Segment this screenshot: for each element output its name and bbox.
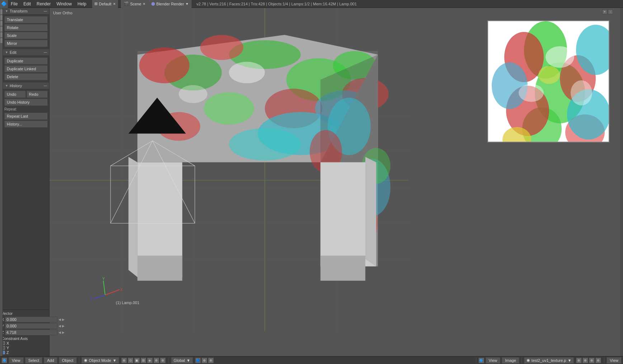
image-icon-3[interactable]: ⊕ (589, 358, 595, 363)
menu-file[interactable]: File (8, 0, 20, 8)
scale-button[interactable]: Scale (4, 32, 48, 39)
add-menu-btn[interactable]: Add (44, 357, 57, 364)
svg-text:(1) Lamp.001: (1) Lamp.001 (116, 301, 139, 305)
sidebar-tab-grease[interactable] (0, 38, 3, 43)
viewport-btn-minus[interactable]: - (608, 9, 613, 14)
history-collapse[interactable]: — (44, 84, 47, 88)
view-label2-btn[interactable]: View (607, 357, 622, 364)
vector-y-arrow-left[interactable]: ◀ (58, 324, 61, 328)
vector-y-arrow-right[interactable]: ▶ (62, 324, 65, 328)
edit-collapse[interactable]: — (44, 51, 47, 54)
image-icon-2[interactable]: ⊕ (582, 358, 588, 363)
image-icon-4[interactable]: ⊕ (595, 358, 601, 363)
global-arrow: ▼ (187, 358, 190, 363)
undo-history-button[interactable]: Undo History (4, 99, 48, 106)
info-bar: v2.78 | Verts:216 | Faces:214 | Tris:428… (193, 2, 623, 6)
transform-collapse[interactable]: — (44, 9, 47, 13)
sidebar-tab-create[interactable] (0, 15, 3, 20)
viewport-icon-7[interactable]: ⊕ (160, 358, 166, 363)
mode-label: Object Mode (89, 358, 111, 363)
select-menu-btn[interactable]: Select (25, 357, 43, 364)
viewport-icon-2[interactable]: ⊙ (128, 358, 133, 363)
menu-edit[interactable]: Edit (20, 0, 34, 8)
blender-icon-bottom[interactable]: 🔷 (1, 358, 7, 363)
snap-icon-3[interactable]: ⊕ (208, 358, 214, 363)
svg-point-64 (492, 62, 528, 109)
history-button[interactable]: History... (4, 120, 48, 128)
snap-icon-2[interactable]: ⊕ (202, 358, 207, 363)
history-label: History (10, 84, 22, 88)
mode-selector[interactable]: ◉ Object Mode ▼ (81, 357, 119, 364)
svg-point-28 (179, 85, 207, 103)
snap-icon-1[interactable]: 🔵 (195, 358, 201, 363)
translate-button[interactable]: Translate (4, 16, 48, 23)
history-body: Undo Redo Undo History Repeat: Repeat La… (3, 89, 49, 129)
renderer-selector[interactable]: Blender Render ▼ (148, 0, 192, 8)
texture-preview (487, 20, 609, 142)
viewport-icon-3[interactable]: ▣ (134, 358, 140, 363)
vector-x-arrow-left[interactable]: ◀ (58, 318, 61, 321)
sidebar-tab-relations[interactable] (0, 21, 3, 26)
undo-button[interactable]: Undo (4, 91, 26, 98)
vector-x-input[interactable] (5, 317, 57, 322)
edit-body: Duplicate Duplicate Linked Delete (3, 56, 49, 82)
vector-z-input[interactable] (5, 330, 57, 335)
constraint-z-row: Z (1, 350, 48, 355)
vector-x-row: X ◀ ▶ (1, 317, 48, 322)
main-viewport[interactable]: User Ortho (49, 8, 620, 356)
redo-button[interactable]: Redo (27, 91, 48, 98)
constraint-y-label: Y (6, 346, 9, 350)
image-btn[interactable]: Image (502, 357, 519, 364)
separator-1 (79, 358, 79, 363)
svg-point-27 (229, 62, 265, 83)
rotate-button[interactable]: Rotate (4, 24, 48, 31)
duplicate-linked-button[interactable]: Duplicate Linked (4, 65, 48, 72)
image-editor-icon[interactable]: 🔷 (478, 358, 484, 363)
vector-z-arrow-right[interactable]: ▶ (62, 331, 65, 334)
delete-button[interactable]: Delete (4, 73, 48, 80)
renderer-dot (151, 2, 155, 6)
mirror-button[interactable]: Mirror (4, 40, 48, 47)
constraint-y-row: Y (1, 346, 48, 350)
vector-z-arrow-left[interactable]: ◀ (58, 331, 61, 334)
separator-3 (476, 358, 476, 363)
history-header[interactable]: ▼ History — (3, 82, 49, 89)
svg-point-20 (200, 35, 243, 60)
viewport-icon-4[interactable]: ⊞ (141, 358, 146, 363)
layout-selector[interactable]: ⊞ Default ✕ (92, 0, 118, 8)
blender-icon[interactable]: 🔷 (0, 0, 8, 8)
svg-point-19 (139, 47, 189, 83)
transform-body: Translate Rotate Scale Mirror (3, 15, 49, 48)
sidebar-tab-tools[interactable] (0, 9, 3, 14)
repeat-last-button[interactable]: Repeat Last (4, 113, 48, 120)
viewport-icon-5[interactable]: ◈ (147, 358, 153, 363)
constraint-label: Constraint Axis (1, 336, 48, 341)
transform-header[interactable]: ▼ Transform — (3, 8, 49, 15)
history-arrow: ▼ (5, 84, 8, 88)
viewport-btn-plus[interactable]: + (602, 9, 607, 14)
viewport-icon-1[interactable]: ⊕ (121, 358, 127, 363)
view-menu-btn[interactable]: View (9, 357, 24, 364)
svg-marker-41 (320, 256, 365, 281)
svg-point-68 (546, 46, 574, 68)
view-right-btn[interactable]: View (486, 357, 501, 364)
object-menu-btn[interactable]: Object (59, 357, 77, 364)
top-bar: 🔷 File Edit Render Window Help ⊞ Default… (0, 0, 623, 8)
image-icon-1[interactable]: ⊕ (576, 358, 582, 363)
vector-y-input[interactable] (5, 323, 57, 329)
svg-marker-39 (365, 157, 376, 266)
duplicate-button[interactable]: Duplicate (4, 57, 48, 65)
sidebar-tab-physics[interactable] (0, 32, 3, 37)
transform-selector[interactable]: Global ▼ (171, 357, 193, 364)
vector-z-row: Z ◀ ▶ (1, 330, 48, 335)
svg-point-26 (229, 128, 301, 160)
texture-selector[interactable]: ◉ test2_uv1_texture.p ▼ (524, 357, 574, 364)
separator-5 (604, 358, 604, 363)
sidebar-tab-animation[interactable] (0, 27, 3, 32)
edit-header[interactable]: ▼ Edit — (3, 49, 49, 56)
viewport-icon-6[interactable]: ⊕ (154, 358, 159, 363)
menu-window[interactable]: Window (53, 0, 75, 8)
menu-render[interactable]: Render (34, 0, 53, 8)
menu-help[interactable]: Help (75, 0, 89, 8)
vector-x-arrow-right[interactable]: ▶ (62, 318, 65, 321)
